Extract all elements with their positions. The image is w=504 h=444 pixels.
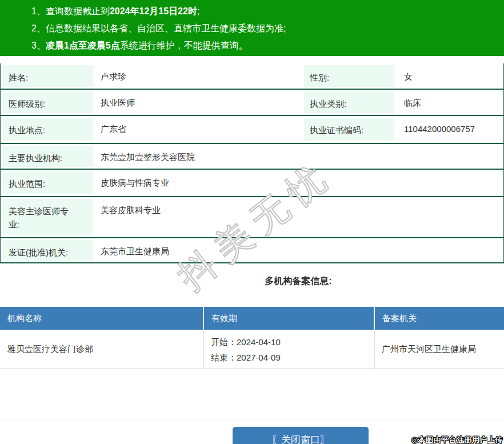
name-value: 卢求珍 <box>93 63 302 89</box>
record-authority-header: 备案机关 <box>375 307 504 330</box>
table-row: 医师级别: 执业医师 执业类别: 临床 <box>1 90 503 116</box>
gender-label: 性别: <box>302 63 394 89</box>
gender-value: 女 <box>394 63 503 89</box>
table-row: 美容主诊医师专业: 美容皮肤科专业 <box>1 197 503 238</box>
table-row: 执业范围: 皮肤病与性病专业 <box>1 170 503 197</box>
notice-1-post: ; <box>197 6 199 16</box>
validity-cell: 开始：2024-04-10 结束：2027-04-09 <box>204 330 375 369</box>
cosmetic-specialty-label: 美容主诊医师专业: <box>1 197 93 237</box>
org-name-cell: 雅贝壹医疗美容门诊部 <box>0 330 204 369</box>
scope-label: 执业范围: <box>1 170 93 196</box>
practitioner-info-table: 姓名: 卢求珍 性别: 女 医师级别: 执业医师 执业类别: 临床 执业地点: … <box>0 63 504 263</box>
notice-line-3: 3、凌晨1点至凌晨5点系统进行维护，不能提供查询。 <box>31 37 498 54</box>
notice-2-text: 2、信息数据结果以各省、自治区、直辖市卫生健康委数据为准; <box>31 23 286 33</box>
upload-note-watermark: ◎本图由平台注册用户上传 <box>411 435 503 444</box>
cert-no-label: 执业证书编码: <box>302 116 394 143</box>
multi-org-section-title: 多机构备案信息: <box>93 263 504 307</box>
main-org-value: 东莞壹加壹整形美容医院 <box>93 144 503 169</box>
table-row: 主要执业机构: 东莞壹加壹整形美容医院 <box>1 144 503 170</box>
validity-end: 结束：2027-04-09 <box>211 350 374 365</box>
notice-3-num: 3、 <box>31 41 46 50</box>
notice-3-post: 系统进行维护，不能提供查询。 <box>120 41 248 50</box>
doctor-license-query-page: 1、查询数据截止到2024年12月15日22时; 2、信息数据结果以各省、自治区… <box>0 0 504 444</box>
cosmetic-specialty-value: 美容皮肤科专业 <box>93 197 503 237</box>
table-row: 发证(批准)机关: 东莞市卫生健康局 <box>1 238 503 263</box>
close-window-button[interactable]: 〖关闭窗口〗 <box>233 427 369 444</box>
level-value: 执业医师 <box>93 90 302 115</box>
multi-org-table-header: 机构名称 有效期 备案机关 <box>0 307 504 330</box>
category-label: 执业类别: <box>302 90 394 115</box>
notice-3-bold: 凌晨1点至凌晨5点 <box>46 41 120 50</box>
issuer-label: 发证(批准)机关: <box>1 238 93 262</box>
issuer-value: 东莞市卫生健康局 <box>93 238 503 262</box>
name-label: 姓名: <box>1 63 93 89</box>
table-row: 姓名: 卢求珍 性别: 女 <box>1 63 503 90</box>
table-row: 雅贝壹医疗美容门诊部 开始：2024-04-10 结束：2027-04-09 广… <box>0 330 504 369</box>
location-value: 广东省 <box>93 116 302 143</box>
main-org-label: 主要执业机构: <box>1 144 93 169</box>
validity-start: 开始：2024-04-10 <box>211 334 374 350</box>
org-name-header: 机构名称 <box>0 307 204 330</box>
multi-org-table: 机构名称 有效期 备案机关 雅贝壹医疗美容门诊部 开始：2024-04-10 结… <box>0 307 504 369</box>
level-label: 医师级别: <box>1 90 93 115</box>
notice-box: 1、查询数据截止到2024年12月15日22时; 2、信息数据结果以各省、自治区… <box>0 0 504 56</box>
scope-value: 皮肤病与性病专业 <box>93 170 503 196</box>
validity-header: 有效期 <box>204 307 375 330</box>
category-value: 临床 <box>394 90 503 115</box>
notice-line-2: 2、信息数据结果以各省、自治区、直辖市卫生健康委数据为准; <box>31 20 498 37</box>
footer-bar: 〖关闭窗口〗 ◎本图由平台注册用户上传 <box>0 419 504 444</box>
notice-line-1: 1、查询数据截止到2024年12月15日22时; <box>31 3 498 20</box>
notice-1-text: 1、查询数据截止到 <box>31 6 110 16</box>
location-label: 执业地点: <box>1 116 93 143</box>
cert-no-value: 110442000006757 <box>394 116 503 143</box>
table-row: 执业地点: 广东省 执业证书编码: 110442000006757 <box>1 116 503 144</box>
record-authority-cell: 广州市天河区卫生健康局 <box>375 330 504 369</box>
notice-1-bold: 2024年12月15日22时 <box>110 6 197 16</box>
